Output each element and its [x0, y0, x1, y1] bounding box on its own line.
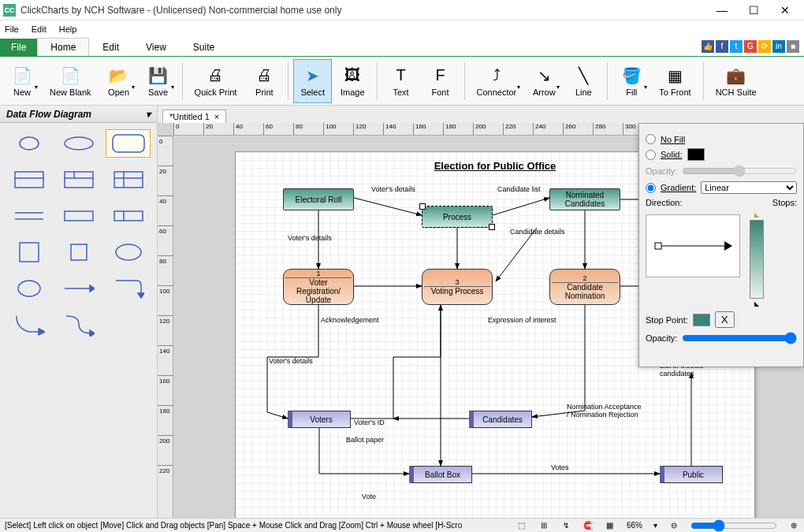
stop-marker-bottom[interactable]: ◣ — [754, 300, 759, 307]
shape-rect-quad2[interactable] — [106, 166, 151, 194]
node-voters[interactable]: Voters — [288, 411, 351, 428]
stop-opacity-slider[interactable] — [682, 332, 797, 344]
open-icon: 📂 — [109, 65, 129, 86]
lbl-ack: Acknowledgement — [321, 316, 379, 324]
shape-ellipse2[interactable] — [106, 238, 151, 266]
shape-rect-thin[interactable] — [56, 202, 101, 230]
image-button[interactable]: 🖼Image — [333, 59, 372, 103]
ribbon-tabbar: File Home Edit View Suite 👍 f t G ⟳ in ■ — [0, 38, 804, 57]
close-tab-icon[interactable]: × — [214, 112, 219, 121]
connector-button[interactable]: ⤴Connector▾ — [470, 59, 524, 103]
zoom-dropdown-icon[interactable]: ▾ — [653, 521, 657, 530]
fill-panel: No Fill Solid: Opacity: Gradient: Linear… — [638, 123, 804, 367]
font-button[interactable]: FFont — [422, 59, 460, 103]
shape-rect-tall[interactable] — [6, 238, 51, 266]
solid-radio[interactable] — [646, 150, 656, 160]
zoom-in-button[interactable]: ⊕ — [788, 520, 799, 531]
doc-tab[interactable]: *Untitled 1 × — [162, 110, 226, 123]
shape-line-pair[interactable] — [6, 202, 51, 230]
chevron-down-icon[interactable]: ▾ — [146, 109, 151, 120]
text-button[interactable]: TText — [382, 59, 420, 103]
shape-rect-quad[interactable] — [56, 166, 101, 194]
shape-arrow-right[interactable] — [56, 274, 101, 303]
direction-box[interactable] — [646, 214, 740, 277]
node-public[interactable]: Public — [660, 466, 723, 483]
node-ballotbox[interactable]: Ballot Box — [409, 466, 472, 483]
arrow-button[interactable]: ↘Arrow▾ — [525, 59, 563, 103]
status-icon-5[interactable]: ▦ — [605, 520, 616, 531]
status-icon-1[interactable]: ⬚ — [516, 520, 527, 531]
print-button[interactable]: 🖨Print — [245, 59, 283, 103]
shape-ellipse-wide[interactable] — [56, 129, 101, 158]
stop-marker-top[interactable]: ◣ — [754, 211, 759, 218]
zoom-slider[interactable] — [690, 519, 777, 532]
twitter-icon[interactable]: t — [730, 40, 743, 53]
svg-rect-2 — [113, 135, 144, 152]
status-icon-3[interactable]: ↯ — [560, 520, 571, 531]
shape-arrow-curve2[interactable] — [6, 311, 51, 339]
save-button[interactable]: 💾Save▾ — [140, 59, 177, 103]
save-icon: 💾 — [148, 65, 169, 86]
shape-arrow-curve[interactable] — [106, 274, 151, 303]
shape-roundrect[interactable] — [106, 129, 151, 158]
status-icon-2[interactable]: ⊞ — [538, 520, 549, 531]
to-front-button[interactable]: ▦To Front — [652, 59, 698, 103]
sidebar-header[interactable]: Data Flow Diagram ▾ — [0, 106, 157, 123]
maximize-button[interactable]: ☐ — [738, 0, 769, 20]
menu-help[interactable]: Help — [59, 24, 77, 34]
shape-rect-div[interactable] — [106, 202, 151, 230]
new-blank-button[interactable]: 📄New Blank — [43, 59, 99, 103]
node-electoral-roll[interactable]: Electoral Roll — [283, 188, 354, 210]
tab-home[interactable]: Home — [37, 38, 89, 56]
other-icon[interactable]: ■ — [787, 40, 799, 53]
close-button[interactable]: ✕ — [769, 0, 801, 20]
shape-ellipse3[interactable] — [6, 274, 51, 303]
fill-button[interactable]: 🪣Fill▾ — [612, 59, 650, 103]
print-icon: 🖨 — [254, 65, 274, 86]
gradient-radio[interactable] — [646, 183, 656, 193]
statusbar: [Select] Left click on object [Move] Cli… — [0, 518, 804, 532]
gradient-type-select[interactable]: Linear — [701, 181, 797, 194]
node-nominated[interactable]: Nominated Candidates — [549, 188, 620, 210]
shape-square[interactable] — [56, 238, 101, 266]
nch-suite-button[interactable]: 💼NCH Suite — [709, 59, 764, 103]
node-proc3[interactable]: 3Voting Process — [422, 269, 493, 305]
menu-file[interactable]: File — [5, 24, 19, 34]
node-process[interactable]: Process — [422, 206, 493, 228]
solid-color-swatch[interactable] — [687, 148, 705, 161]
status-icon-4[interactable]: 🧲 — [583, 520, 594, 531]
linkedin-icon[interactable]: in — [772, 40, 785, 53]
tab-suite[interactable]: Suite — [180, 38, 228, 56]
select-button[interactable]: ➤Select — [293, 59, 332, 103]
shape-ellipse-small[interactable] — [6, 129, 51, 158]
facebook-icon[interactable]: f — [716, 40, 728, 53]
share-icon[interactable]: ⟳ — [758, 40, 771, 53]
quick-print-button[interactable]: 🖨Quick Print — [188, 59, 244, 103]
file-tab[interactable]: File — [0, 39, 37, 56]
stops-bar[interactable] — [750, 220, 764, 299]
tab-edit[interactable]: Edit — [89, 38, 132, 56]
new-button[interactable]: 📄New▾ — [3, 59, 41, 103]
tab-view[interactable]: View — [132, 38, 180, 56]
like-icon[interactable]: 👍 — [702, 40, 714, 53]
menubar: File Edit Help — [0, 20, 804, 38]
gplus-icon[interactable]: G — [744, 40, 757, 53]
shape-arrow-s[interactable] — [56, 311, 101, 339]
fill-solid-row[interactable]: Solid: — [646, 148, 797, 161]
nofill-radio[interactable] — [646, 134, 656, 144]
svg-point-18 — [116, 244, 141, 260]
shape-rect-split[interactable] — [6, 166, 51, 194]
stop-color-swatch[interactable] — [693, 314, 710, 326]
fill-gradient-row[interactable]: Gradient: Linear — [646, 181, 797, 194]
menu-edit[interactable]: Edit — [32, 24, 47, 34]
minimize-button[interactable]: — — [706, 0, 738, 20]
zoom-out-button[interactable]: ⊖ — [668, 520, 679, 531]
node-proc1[interactable]: 1Voter Registration/ Update — [283, 269, 354, 305]
fill-nofill-row[interactable]: No Fill — [646, 134, 797, 144]
line-button[interactable]: ╲Line — [564, 59, 602, 103]
ribbon: 📄New▾ 📄New Blank 📂Open▾ 💾Save▾ 🖨Quick Pr… — [0, 57, 804, 106]
node-proc2[interactable]: 2Candidate Nomination — [549, 269, 620, 305]
open-button[interactable]: 📂Open▾ — [100, 59, 138, 103]
stop-delete-button[interactable]: X — [715, 311, 735, 328]
node-candidates[interactable]: Candidates — [469, 411, 532, 428]
